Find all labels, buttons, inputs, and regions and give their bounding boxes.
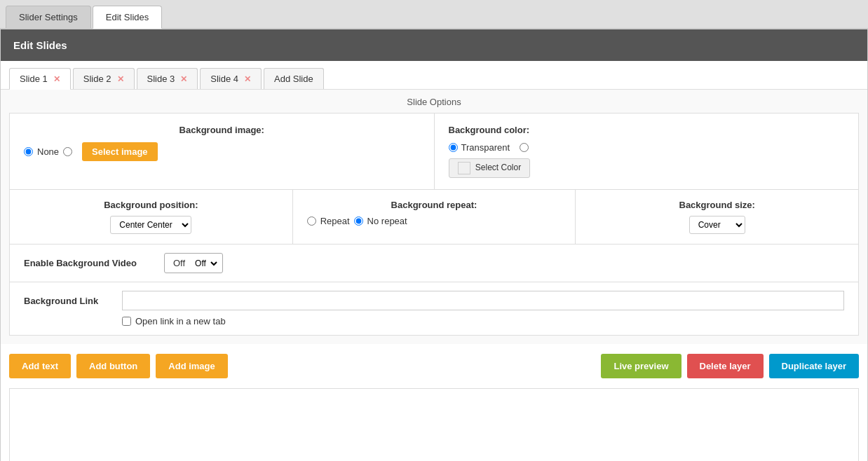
background-position-cell: Background position: Center Center Top L… [10, 190, 293, 244]
bg-no-repeat-radio[interactable] [354, 216, 363, 226]
background-size-cell: Background size: Cover Auto Contain [576, 190, 858, 244]
bg-link-input[interactable] [122, 291, 844, 310]
transparent-radio-row: Transparent [449, 142, 845, 153]
right-action-buttons: Live preview Delete layer Duplicate laye… [601, 354, 859, 378]
bg-repeat-radio-row: Repeat No repeat [307, 216, 562, 226]
slide-tab-4-label: Slide 4 [210, 74, 238, 84]
bg-repeat-label-text: Repeat [320, 216, 350, 226]
bg-position-label: Background position: [24, 200, 278, 210]
slide-tab-3-label: Slide 3 [147, 74, 175, 84]
slide-tab-4-close[interactable]: ✕ [244, 74, 251, 84]
bg-no-repeat-label-text: No repeat [367, 216, 407, 226]
bg-image-none-label: None [37, 146, 59, 157]
slide-tab-1-label: Slide 1 [20, 74, 48, 84]
options-top-row: Background image: None Select image Back… [9, 113, 859, 190]
slide-tab-2[interactable]: Slide 2 ✕ [73, 68, 135, 89]
delete-layer-button[interactable]: Delete layer [687, 354, 764, 378]
select-image-button[interactable]: Select image [82, 142, 158, 161]
bg-size-label: Background size: [590, 200, 844, 210]
add-text-button[interactable]: Add text [9, 354, 71, 378]
slide-tab-3-close[interactable]: ✕ [180, 74, 187, 84]
action-buttons-row: Add text Add button Add image Live previ… [1, 344, 867, 388]
canvas-area [9, 388, 859, 461]
color-swatch [458, 162, 470, 174]
background-color-cell: Background color: Transparent Select Col… [435, 113, 859, 189]
open-in-new-tab-checkbox[interactable] [122, 317, 131, 326]
edit-slides-header: Edit Slides [1, 29, 867, 61]
bg-video-select-wrapper: Off Off On [164, 253, 223, 273]
add-slide-tab[interactable]: Add Slide [264, 68, 324, 89]
bg-color-transparent-radio[interactable] [449, 143, 458, 152]
bg-size-select[interactable]: Cover Auto Contain [689, 216, 745, 234]
top-tab-bar: Slider Settings Edit Slides [0, 0, 868, 29]
slide-tab-2-label: Slide 2 [83, 74, 111, 84]
slide-tab-4[interactable]: Slide 4 ✕ [200, 68, 262, 89]
open-in-new-tab-label: Open link in a new tab [135, 316, 226, 326]
slide-options-title: Slide Options [9, 90, 859, 113]
tab-slider-settings[interactable]: Slider Settings [6, 6, 91, 28]
add-image-button[interactable]: Add image [156, 354, 227, 378]
bg-image-radio-row: None Select image [24, 142, 420, 161]
background-image-cell: Background image: None Select image [10, 113, 435, 189]
enable-bg-video-row: Enable Background Video Off Off On [9, 245, 859, 282]
background-repeat-cell: Background repeat: Repeat No repeat [293, 190, 576, 244]
bg-image-select-radio[interactable] [63, 147, 72, 156]
duplicate-layer-button[interactable]: Duplicate layer [769, 354, 860, 378]
bg-link-label: Background Link [24, 296, 122, 306]
main-container: Edit Slides Slide 1 ✕ Slide 2 ✕ Slide 3 … [0, 29, 868, 461]
slide-tab-2-close[interactable]: ✕ [117, 74, 124, 84]
bg-video-select[interactable]: Off On [191, 256, 219, 270]
slide-options-section: Slide Options Background image: None Sel… [1, 90, 867, 344]
bg-position-select[interactable]: Center Center Top Left Top Center Top Ri… [110, 216, 191, 234]
background-link-row: Background Link Open link in a new tab [9, 282, 859, 336]
bg-video-off-label: Off [168, 255, 191, 271]
bg-color-transparent-label: Transparent [461, 142, 510, 153]
open-in-new-tab-row: Open link in a new tab [122, 316, 844, 326]
select-color-label: Select Color [475, 163, 521, 172]
live-preview-button[interactable]: Live preview [601, 354, 681, 378]
bg-repeat-label: Background repeat: [307, 200, 562, 210]
left-action-buttons: Add text Add button Add image [9, 354, 228, 378]
add-button-button[interactable]: Add button [76, 354, 150, 378]
slide-tab-3[interactable]: Slide 3 ✕ [137, 68, 198, 89]
slide-tab-1[interactable]: Slide 1 ✕ [9, 68, 71, 90]
bg-repeat-radio[interactable] [307, 216, 316, 226]
slide-tabs: Slide 1 ✕ Slide 2 ✕ Slide 3 ✕ Slide 4 ✕ … [1, 61, 867, 90]
bg-color-label: Background color: [449, 125, 845, 135]
link-input-row: Background Link [24, 291, 844, 310]
bg-color-custom-radio[interactable] [520, 143, 529, 152]
enable-bg-video-label: Enable Background Video [24, 258, 164, 268]
tab-edit-slides[interactable]: Edit Slides [93, 6, 162, 29]
select-color-button[interactable]: Select Color [449, 158, 531, 178]
bg-image-label: Background image: [24, 125, 420, 135]
bg-image-none-radio[interactable] [24, 147, 33, 156]
options-middle-row: Background position: Center Center Top L… [9, 190, 859, 245]
slide-tab-1-close[interactable]: ✕ [53, 74, 60, 84]
